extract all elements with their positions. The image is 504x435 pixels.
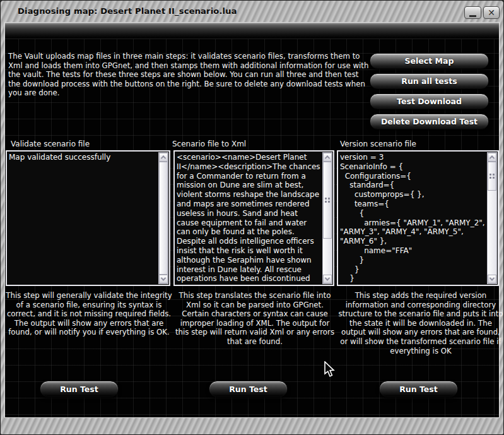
scroll-up-button[interactable]	[323, 153, 332, 162]
scroll-down-button[interactable]	[488, 275, 496, 283]
minimize-button[interactable]	[464, 6, 481, 19]
xml-step-description: This step translates the scenario file i…	[173, 291, 336, 347]
version-output-text: version = 3 ScenarioInfo = { Configurati…	[340, 153, 486, 283]
run-all-tests-button[interactable]: Run all tests	[370, 73, 489, 89]
window-body: The Vault uploads map files in three mai…	[4, 22, 500, 418]
close-button[interactable]: ✕	[483, 6, 500, 19]
xml-output-text: <scenario><name>Desert Planet II</name><…	[177, 153, 321, 283]
validate-run-test-button[interactable]: Run Test	[40, 381, 119, 397]
action-buttons: Select Map Run all tests Test Download D…	[370, 53, 489, 134]
version-step-description: This step adds the required version info…	[338, 291, 503, 355]
chevron-up-icon	[325, 155, 330, 160]
scroll-down-button[interactable]	[323, 275, 332, 283]
test-download-button[interactable]: Test Download	[370, 93, 489, 109]
chevron-up-icon	[489, 155, 495, 160]
content-area: The Vault uploads map files in three mai…	[5, 39, 499, 417]
select-map-button[interactable]: Select Map	[370, 53, 489, 69]
minimize-icon	[469, 15, 476, 17]
intro-text: The Vault uploads map files in three mai…	[8, 52, 369, 98]
xml-scrollbar[interactable]	[322, 152, 332, 284]
delete-download-test-button[interactable]: Delete Download Test	[370, 114, 489, 129]
validate-output-text: Map validated successfully	[9, 153, 157, 283]
window-title: Diagnosing map: Desert Planet II_scenari…	[18, 6, 237, 16]
scrollbar-thumb[interactable]	[159, 162, 168, 275]
validate-step-description: This step will generally validate the in…	[5, 291, 173, 337]
scroll-down-button[interactable]	[159, 275, 168, 283]
mouse-cursor-icon	[324, 361, 336, 379]
title-bar[interactable]: Diagnosing map: Desert Planet II_scenari…	[1, 1, 503, 22]
validate-column-label: Validate scenario file	[11, 140, 90, 148]
version-column-label: Version scenario file	[340, 140, 416, 148]
chevron-down-icon	[325, 275, 330, 280]
scroll-up-button[interactable]	[488, 153, 496, 162]
version-output-box[interactable]: version = 3 ScenarioInfo = { Configurati…	[337, 150, 499, 286]
scrollbar-thumb[interactable]	[488, 162, 496, 191]
toolbar-strip	[5, 23, 499, 39]
xml-column-label: Scenario file to Xml	[172, 140, 246, 148]
xml-run-test-button[interactable]: Run Test	[209, 381, 288, 397]
version-run-test-button[interactable]: Run Test	[379, 381, 458, 397]
scrollbar-thumb[interactable]	[323, 162, 332, 239]
chevron-down-icon	[489, 275, 495, 280]
diagnose-map-window: Diagnosing map: Desert Planet II_scenari…	[0, 0, 504, 435]
thumb-grip-icon	[325, 198, 330, 203]
thumb-grip-icon	[489, 174, 495, 179]
close-icon: ✕	[488, 8, 495, 17]
chevron-down-icon	[161, 275, 166, 280]
validate-scrollbar[interactable]	[158, 152, 168, 284]
xml-output-box[interactable]: <scenario><name>Desert Planet II</name><…	[173, 150, 334, 286]
validate-output-box[interactable]: Map validated successfully	[6, 150, 170, 286]
scroll-up-button[interactable]	[159, 153, 168, 162]
chevron-up-icon	[161, 155, 166, 160]
version-scrollbar[interactable]	[487, 152, 497, 284]
